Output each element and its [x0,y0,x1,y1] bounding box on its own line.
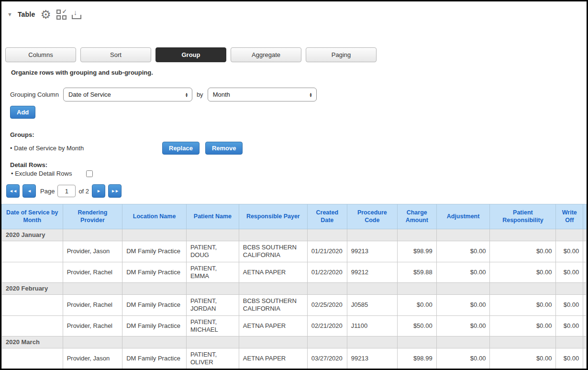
pagination-bar: ◄◄ ◄ Page of 2 ► ►► [6,184,587,198]
table-cell: $59.88 [397,262,436,283]
exclude-detail-rows-row: • Exclude Detail Rows [11,170,587,177]
tab-columns[interactable]: Columns [5,47,76,62]
download-icon[interactable]: ↓ [72,10,81,19]
check-glyph: ✓ [62,10,67,14]
table-title: Table [18,11,35,18]
group-row[interactable]: 2020 January [2,229,587,241]
table-cell: DM Family Practice [122,262,187,283]
tab-group[interactable]: Group [155,47,226,62]
table-row[interactable]: Provider, RachelDM Family PracticePATIEN… [2,262,587,283]
grouping-controls: Grouping Column Date of Service ▴▾ by Mo… [10,88,587,101]
table-cell [583,336,587,348]
page-input[interactable] [57,185,76,197]
column-header-rendering-provider[interactable]: Rendering Provider [63,204,122,229]
table-cell: PATIENT, MICHAEL [186,315,239,336]
pagination-first-button[interactable]: ◄◄ [6,184,20,198]
table-row[interactable]: Provider, RachelDM Family PracticePATIEN… [2,315,587,336]
pagination-last-button[interactable]: ►► [108,184,122,198]
table-cell: $0.00 [490,348,556,370]
table-cell [2,262,63,283]
gear-icon[interactable]: ⚙ [40,10,51,19]
exclude-detail-rows-checkbox[interactable] [86,170,93,177]
table-cell: J1100 [347,315,397,336]
table-cell: J0585 [347,295,397,316]
table-cell: $0.00 [436,262,490,283]
table-cell: $98.99 [397,241,436,262]
table-cell [397,229,436,241]
table-cell: 02/25/2020 [307,295,347,316]
table-cell [397,336,436,348]
page-count-label: of 2 [78,188,89,195]
grouping-column-label: Grouping Column [10,91,59,98]
table-cell [436,229,490,241]
table-cell: 01/21/2020 [307,241,347,262]
table-cell [63,229,122,241]
caret-down-icon[interactable]: ▼ [7,11,12,17]
table-cell [556,229,583,241]
table-cell: $50.00 [397,315,436,336]
table-row[interactable]: Provider, RachelDM Family PracticePATIEN… [2,295,587,316]
table-cell: DM Family Practice [122,241,187,262]
replace-button[interactable]: Replace [162,142,200,155]
column-header-charge-amount[interactable]: Charge Amount [397,204,436,229]
tab-paging[interactable]: Paging [306,47,377,62]
table-cell [2,295,63,316]
group-row[interactable]: 2020 February [2,283,587,295]
table-cell [2,348,63,370]
table-cell: $0.00 [556,295,583,316]
column-header-patient-responsibility[interactable]: Patient Responsibility [490,204,556,229]
table-cell [583,229,587,241]
column-header-created-date[interactable]: Created Date [307,204,347,229]
table-cell [239,336,307,348]
tab-aggregate[interactable]: Aggregate [231,47,301,62]
table-cell [436,283,490,295]
table-cell: $0.00 [490,295,556,316]
table-cell: $0.00 [490,315,556,336]
table-cell [307,229,347,241]
column-header-procedure-code[interactable]: Procedure Code [347,204,397,229]
table-cell [186,229,239,241]
group-row[interactable]: 2020 March [2,336,587,348]
table-cell [556,283,583,295]
square-glyph [56,10,61,14]
table-cell: $0.00 [397,295,436,316]
table-cell [186,283,239,295]
detail-rows-label: Detail Rows: [10,161,587,168]
table-cell [347,283,397,295]
square-glyph [62,15,67,20]
column-header-patient-name[interactable]: Patient Name [186,204,239,229]
group-row-label: 2020 March [2,336,63,348]
table-row[interactable]: Provider, JasonDM Family PracticePATIENT… [2,348,587,370]
column-header-filler [583,204,587,229]
pagination-prev-button[interactable]: ◄ [22,184,36,198]
table-cell [583,262,587,283]
grouping-column-select[interactable]: Date of Service ▴▾ [63,88,192,101]
table-cell [122,229,187,241]
table-cell [583,283,587,295]
table-cell: $0.00 [556,241,583,262]
column-header-location-name[interactable]: Location Name [122,204,187,229]
table-cell [63,283,122,295]
tab-sort[interactable]: Sort [80,47,151,62]
column-header-adjustment[interactable]: Adjustment [436,204,490,229]
table-cell: $0.00 [490,241,556,262]
group-by-select[interactable]: Month ▴▾ [208,88,317,101]
column-chooser-icon[interactable]: ✓ [56,10,67,20]
table-cell: PATIENT, EMMA [186,262,239,283]
column-header-date-of-service-by-month[interactable]: Date of Service by Month [2,204,63,229]
pagination-next-button[interactable]: ► [92,184,105,198]
column-header-write-off[interactable]: Write Off [556,204,583,229]
table-cell: AETNA PAPER [239,315,307,336]
table-cell: 01/22/2020 [307,262,347,283]
table-cell: $0.00 [436,241,490,262]
table-cell: DM Family Practice [122,295,187,316]
table-row[interactable]: Provider, JasonDM Family PracticePATIENT… [2,241,587,262]
table-cell: AETNA PAPER [239,348,307,370]
table-cell [490,229,556,241]
groups-label: Groups: [10,131,587,138]
tray-glyph [72,15,81,19]
remove-button[interactable]: Remove [205,142,243,155]
group-list-item: • Date of Service by Month [10,145,162,152]
column-header-responsible-payer[interactable]: Responsible Payer [239,204,307,229]
add-button[interactable]: Add [10,106,35,119]
